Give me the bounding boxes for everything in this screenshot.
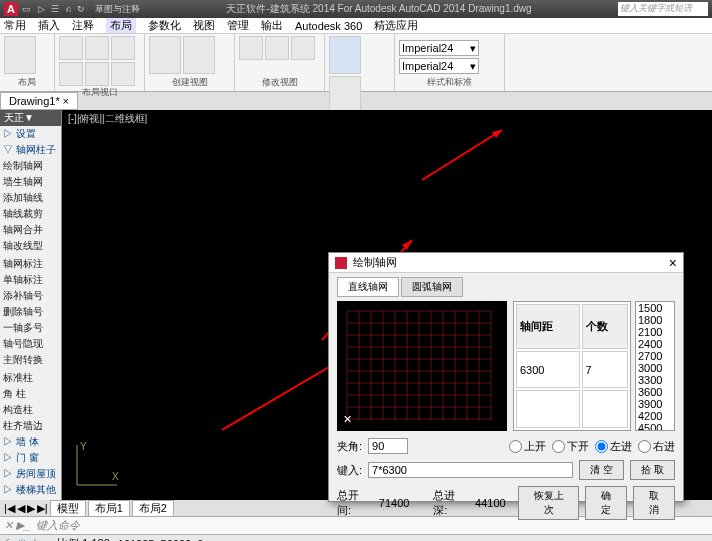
viewport-icon[interactable] xyxy=(85,36,109,60)
ok-button[interactable]: 确定 xyxy=(585,486,627,520)
sidebar-item[interactable]: 绘制轴网 xyxy=(0,158,61,174)
tab-layout[interactable]: 布局 xyxy=(106,18,136,33)
tab-featured[interactable]: 精选应用 xyxy=(374,18,418,33)
sidebar-item[interactable]: 角 柱 xyxy=(0,386,61,402)
tab-arc-grid[interactable]: 圆弧轴网 xyxy=(401,277,463,297)
tab-view[interactable]: 视图 xyxy=(193,18,215,33)
viewport-icon[interactable] xyxy=(59,62,83,86)
radio-left[interactable]: 左进 xyxy=(595,439,632,454)
tab-manage[interactable]: 管理 xyxy=(227,18,249,33)
viewport-icon[interactable] xyxy=(111,36,135,60)
modify-view-icon[interactable] xyxy=(265,36,289,60)
sidebar-item[interactable]: 轴号隐现 xyxy=(0,336,61,352)
style-combo-1[interactable]: Imperial24▾ xyxy=(399,40,479,56)
qat-caption: 草图与注释 xyxy=(95,3,140,16)
sidebar-item[interactable]: 轴改线型 xyxy=(0,238,61,254)
svg-marker-7 xyxy=(492,130,502,138)
grid-preview: ✕ xyxy=(337,301,507,431)
sidebar-item[interactable]: ▷ 设置 xyxy=(0,126,61,142)
chevron-down-icon: ▾ xyxy=(470,60,476,73)
radio-bottom[interactable]: 下开 xyxy=(552,439,589,454)
tab-linear-grid[interactable]: 直线轴网 xyxy=(337,277,399,297)
clear-button[interactable]: 清 空 xyxy=(579,460,624,480)
style-combo-2[interactable]: Imperial24▾ xyxy=(399,58,479,74)
sidebar-item[interactable]: 删除轴号 xyxy=(0,304,61,320)
tab-a360[interactable]: Autodesk 360 xyxy=(295,20,362,32)
sidebar-item[interactable]: ▷ 墙 体 xyxy=(0,434,61,450)
tab-insert[interactable]: 插入 xyxy=(38,18,60,33)
sidebar-item[interactable]: 柱齐墙边 xyxy=(0,418,61,434)
sidebar-item[interactable]: 标准柱 xyxy=(0,370,61,386)
chevron-down-icon: ▾ xyxy=(470,42,476,55)
spacing-presets[interactable]: 1500180021002400270030003300360039004200… xyxy=(635,301,675,431)
svg-text:X: X xyxy=(112,471,119,482)
status-icons[interactable]: ☾ ☀ ★ ▾ xyxy=(4,537,49,541)
tab-home[interactable]: 常用 xyxy=(4,18,26,33)
viewport-icon[interactable] xyxy=(111,62,135,86)
app-icon: A xyxy=(4,2,18,16)
dialog-icon xyxy=(335,257,347,269)
tab-model[interactable]: 模型 xyxy=(50,500,86,517)
total-depth-value: 44100 xyxy=(475,497,506,509)
sidebar-item[interactable]: 添加轴线 xyxy=(0,190,61,206)
sidebar-item[interactable]: 轴网合并 xyxy=(0,222,61,238)
nav-last[interactable]: ▶| xyxy=(37,502,48,515)
sidebar-item[interactable]: ▽ 轴网柱子 xyxy=(0,142,61,158)
layout-icon[interactable] xyxy=(4,36,36,74)
pick-button[interactable]: 拾 取 xyxy=(630,460,675,480)
doc-tab[interactable]: Drawing1* × xyxy=(0,92,78,110)
input-label: 键入: xyxy=(337,463,362,478)
sidebar-item[interactable]: ▷ 房间屋顶 xyxy=(0,466,61,482)
sidebar-item[interactable]: 构造柱 xyxy=(0,402,61,418)
create-view-icon[interactable] xyxy=(149,36,181,74)
create-view-icon[interactable] xyxy=(183,36,215,74)
viewport-icon[interactable] xyxy=(59,36,83,60)
tab-layout1[interactable]: 布局1 xyxy=(88,500,130,517)
coords-display: 101025, 56626, 0 xyxy=(118,538,204,542)
viewport-icon[interactable] xyxy=(85,62,109,86)
angle-label: 夹角: xyxy=(337,439,362,454)
restore-button[interactable]: 恢复上次 xyxy=(518,486,580,520)
close-icon[interactable]: × xyxy=(669,255,677,271)
angle-input[interactable] xyxy=(368,438,408,454)
tab-parametric[interactable]: 参数化 xyxy=(148,18,181,33)
status-bar: ☾ ☀ ★ ▾ 比例 1:100 101025, 56626, 0 xyxy=(0,534,712,541)
close-icon[interactable]: × xyxy=(63,95,69,107)
sidebar-title[interactable]: 天正▼ xyxy=(0,110,61,126)
nav-next[interactable]: ▶ xyxy=(27,502,35,515)
radio-right[interactable]: 右进 xyxy=(638,439,675,454)
axis-spacing-table[interactable]: 轴间距个数 63007 xyxy=(513,301,631,431)
sidebar-item[interactable]: 轴线裁剪 xyxy=(0,206,61,222)
sidebar-item[interactable]: 添补轴号 xyxy=(0,288,61,304)
sidebar-item[interactable]: 墙生轴网 xyxy=(0,174,61,190)
sidebar-item[interactable]: 单轴标注 xyxy=(0,272,61,288)
sidebar-item[interactable]: 轴网标注 xyxy=(0,256,61,272)
window-title: 天正软件-建筑系统 2014 For Autodesk AutoCAD 2014… xyxy=(140,2,618,16)
svg-marker-5 xyxy=(402,240,412,250)
svg-text:Y: Y xyxy=(80,441,87,452)
update-icon[interactable] xyxy=(329,36,361,74)
total-width-label: 总开间: xyxy=(337,488,373,518)
radio-top[interactable]: 上开 xyxy=(509,439,546,454)
sidebar-item[interactable]: ▷ 立 面 xyxy=(0,498,61,500)
svg-text:✕: ✕ xyxy=(343,413,352,425)
qat-icons[interactable]: ▭ ▷ ☰ ⎌ ↻ xyxy=(22,4,87,14)
ribbon-panel: 布局 布局视口 创建视图 修改视图 更新 Imperial24▾Imperial… xyxy=(0,34,712,92)
update-icon[interactable] xyxy=(329,76,361,114)
modify-view-icon[interactable] xyxy=(239,36,263,60)
help-search[interactable]: 键入关键字或短语 xyxy=(618,2,708,16)
sidebar-item[interactable]: ▷ 门 窗 xyxy=(0,450,61,466)
sidebar-item[interactable]: 主附转换 xyxy=(0,352,61,368)
modify-view-icon[interactable] xyxy=(291,36,315,60)
sidebar-item[interactable]: 一轴多号 xyxy=(0,320,61,336)
nav-first[interactable]: |◀ xyxy=(4,502,15,515)
cancel-button[interactable]: 取消 xyxy=(633,486,675,520)
viewport-label: [-]|俯视||二维线框| xyxy=(62,110,712,128)
tab-layout2[interactable]: 布局2 xyxy=(132,500,174,517)
scale-display[interactable]: 比例 1:100 xyxy=(57,536,110,541)
sidebar-item[interactable]: ▷ 楼梯其他 xyxy=(0,482,61,498)
spacing-input[interactable] xyxy=(368,462,573,478)
tab-output[interactable]: 输出 xyxy=(261,18,283,33)
tab-annotate[interactable]: 注释 xyxy=(72,18,94,33)
nav-prev[interactable]: ◀ xyxy=(17,502,25,515)
